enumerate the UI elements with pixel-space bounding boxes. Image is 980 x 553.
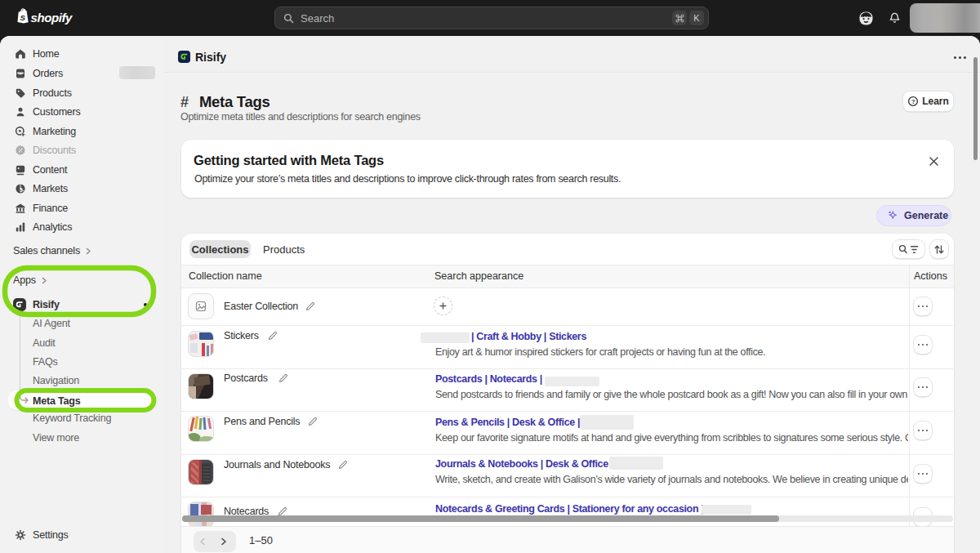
svg-text:$: $ bbox=[20, 187, 23, 194]
svg-text:shopify: shopify bbox=[31, 11, 74, 25]
svg-text:S: S bbox=[20, 13, 25, 22]
svg-text:?: ? bbox=[911, 98, 915, 105]
